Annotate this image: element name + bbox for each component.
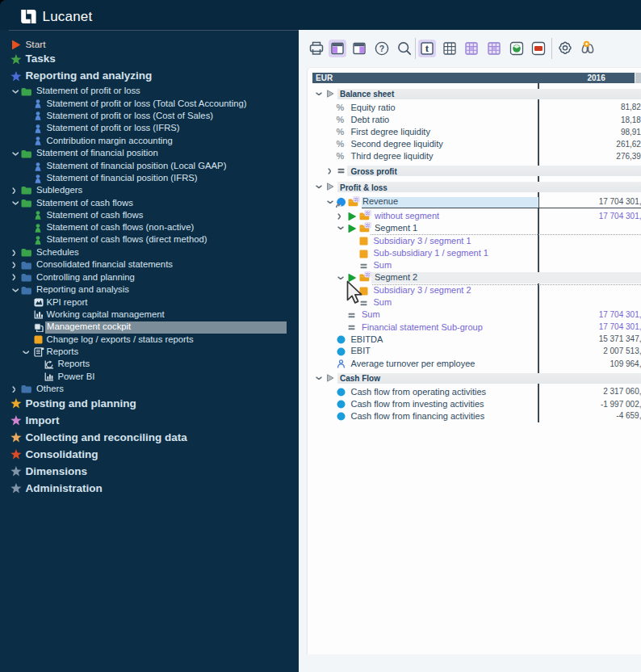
svg-text:t: t: [425, 42, 429, 54]
svg-text:?: ?: [379, 44, 383, 53]
